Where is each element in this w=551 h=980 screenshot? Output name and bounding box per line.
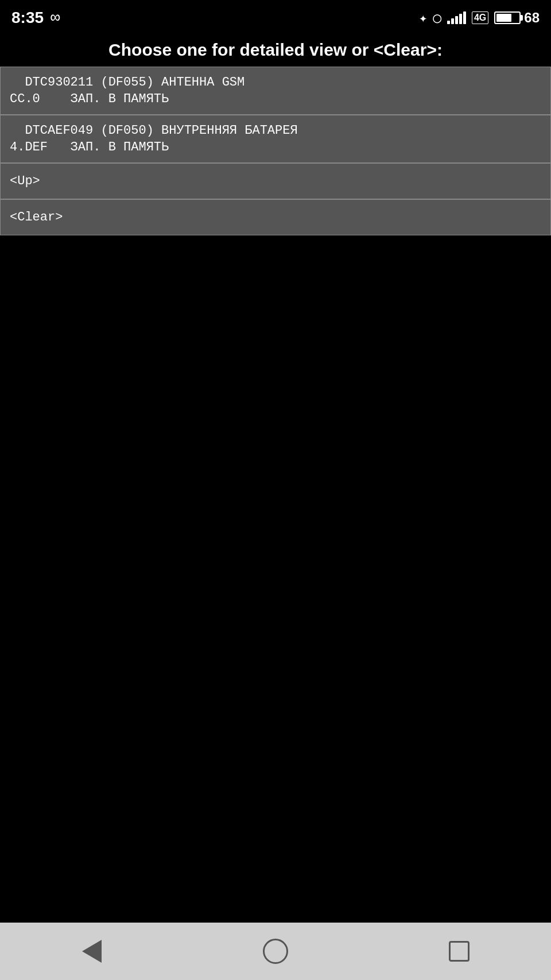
battery-level: 68 [524,10,540,26]
main-content [0,235,551,923]
dtc-item-2-line2: 4.DEF ЗАП. В ПАМЯТЬ [10,140,541,154]
home-icon [263,939,288,964]
bluetooth-icon: ✦ [419,10,427,26]
signal-bar-5 [463,11,466,24]
lte-badge: 4G [472,11,488,24]
signal-bars [447,11,466,24]
status-right: ✦ ◯ 4G 68 [419,10,540,26]
battery-icon [494,11,521,24]
back-icon [82,940,102,963]
clear-label: <Clear> [10,210,63,224]
dtc-item-2-line1: DTCAEF049 (DF050) ВНУТРЕННЯЯ БАТАРЕЯ [10,123,541,138]
menu-list: DTC930211 (DF055) АНТЕННА GSM CC.0 ЗАП. … [0,67,551,235]
dtc-item-1[interactable]: DTC930211 (DF055) АНТЕННА GSM CC.0 ЗАП. … [0,67,551,115]
signal-bar-2 [451,18,454,24]
dtc-item-2[interactable]: DTCAEF049 (DF050) ВНУТРЕННЯЯ БАТАРЕЯ 4.D… [0,115,551,163]
dtc-item-1-line2: CC.0 ЗАП. В ПАМЯТЬ [10,92,541,106]
nav-bar [0,923,551,980]
up-label: <Up> [10,174,40,188]
signal-bar-1 [447,21,450,24]
infinity-icon: ∞ [51,9,60,27]
page-header: Choose one for detailed view or <Clear>: [0,36,551,67]
nav-recents-button[interactable] [436,934,482,969]
nav-back-button[interactable] [69,934,115,969]
status-bar: 8:35 ∞ ✦ ◯ 4G 68 [0,0,551,36]
page-title: Choose one for detailed view or <Clear>: [11,40,540,60]
status-left: 8:35 ∞ [11,9,60,27]
battery-container: 68 [494,10,540,26]
dtc-item-1-line1: DTC930211 (DF055) АНТЕННА GSM [10,75,541,90]
recents-icon [449,941,469,962]
up-button[interactable]: <Up> [0,163,551,199]
signal-bar-3 [455,16,458,24]
clear-button[interactable]: <Clear> [0,199,551,235]
alarm-icon: ◯ [433,10,441,26]
signal-bar-4 [459,14,462,24]
battery-fill [496,14,511,22]
nav-home-button[interactable] [253,934,298,969]
status-time: 8:35 [11,9,44,27]
